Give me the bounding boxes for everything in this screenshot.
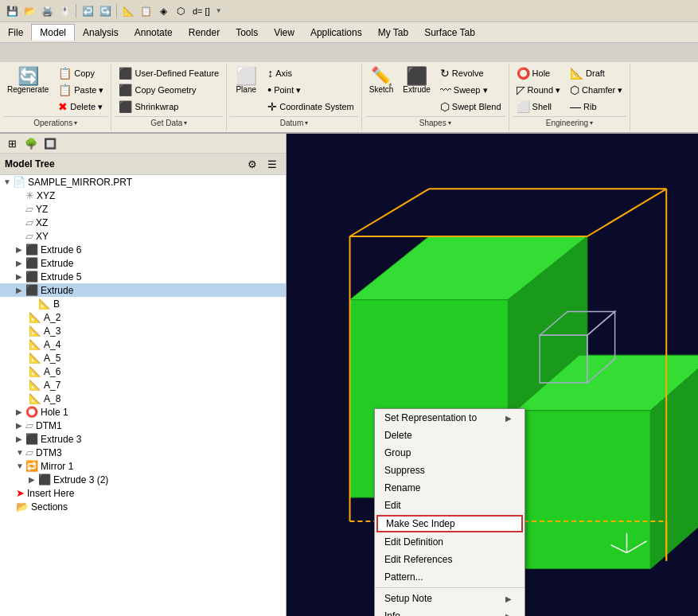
- paste-button[interactable]: 📋 Paste ▾: [54, 82, 107, 98]
- regenerate-icon[interactable]: 📐: [120, 4, 136, 18]
- rib-button[interactable]: — Rib: [566, 99, 626, 115]
- panel-btn-tree[interactable]: 🌳: [22, 135, 40, 151]
- tree-item-a7[interactable]: 📐 A_7: [0, 378, 286, 392]
- ribbon: 🔄 Regenerate 📋 Copy 📋 Paste ▾ ✖ Delete ▾: [0, 62, 698, 134]
- datum-icon[interactable]: ◈: [155, 4, 171, 18]
- ctx-edit[interactable]: Edit: [375, 497, 524, 514]
- tree-item-dtm3[interactable]: ▼ ▱ DTM3: [0, 446, 286, 459]
- regenerate-button[interactable]: 🔄 Regenerate: [3, 65, 53, 96]
- ctx-rename[interactable]: Rename: [375, 479, 524, 497]
- ctx-setup-note[interactable]: Setup Note ▶: [375, 590, 524, 607]
- tree-item-a5[interactable]: 📐 A_5: [0, 351, 286, 365]
- delete-button[interactable]: ✖ Delete ▾: [54, 99, 107, 115]
- copy-button[interactable]: 📋 Copy: [54, 65, 107, 81]
- tree-item-extrude3-2[interactable]: ▶ ⬛ Extrude 3 (2): [0, 473, 286, 486]
- ctx-pattern[interactable]: Pattern...: [375, 568, 524, 586]
- copy-geometry-button[interactable]: ⬛ Copy Geometry: [115, 82, 223, 98]
- tree-item-extrude-selected[interactable]: ▶ ⬛ Extrude: [0, 283, 286, 297]
- menu-render[interactable]: Render: [181, 25, 228, 41]
- tree-settings-icon[interactable]: ⚙: [244, 156, 261, 172]
- engineering-label[interactable]: Engineering▾: [513, 116, 627, 129]
- user-defined-feature-button[interactable]: ⬛ User-Defined Feature: [115, 65, 223, 81]
- delete-label: Delete ▾: [70, 102, 103, 112]
- redo-icon[interactable]: ↪️: [97, 4, 113, 18]
- shapes-label[interactable]: Shapes▾: [365, 116, 505, 129]
- open-icon[interactable]: 📂: [21, 4, 37, 18]
- tree-item-yz[interactable]: ▱ YZ: [0, 202, 286, 216]
- tree-item-a4[interactable]: 📐 A_4: [0, 337, 286, 351]
- menu-analysis[interactable]: Analysis: [75, 25, 127, 41]
- ctx-info[interactable]: Info ▶: [375, 607, 524, 616]
- panel-btn-layout[interactable]: ⊞: [3, 135, 21, 151]
- sketch-button[interactable]: ✏️ Sketch: [365, 65, 398, 96]
- print-icon[interactable]: 🖱️: [57, 4, 72, 18]
- operations-label[interactable]: Operations▾: [3, 116, 107, 129]
- shell-button[interactable]: ⬜ Shell: [513, 99, 564, 115]
- ctx-group[interactable]: Group: [375, 444, 524, 462]
- getdata-label[interactable]: Get Data▾: [115, 116, 223, 129]
- tree-item-a3[interactable]: 📐 A_3: [0, 324, 286, 337]
- draft-button[interactable]: 📐 Draft: [566, 65, 626, 81]
- ctx-edit-definition[interactable]: Edit Definition: [375, 533, 524, 551]
- xyz-label: XYZ: [37, 190, 55, 201]
- tree-item-xy[interactable]: ▱ XY: [0, 229, 286, 243]
- point-button[interactable]: • Point ▾: [263, 82, 358, 98]
- tree-item-hole1[interactable]: ▶ ⭕ Hole 1: [0, 405, 286, 419]
- axis-button[interactable]: ↕ Axis: [263, 65, 358, 81]
- menu-annotate[interactable]: Annotate: [127, 25, 181, 41]
- feature-icon[interactable]: 📋: [138, 4, 154, 18]
- qa-more-icon[interactable]: ▼: [211, 4, 227, 18]
- hole-button[interactable]: ⭕ Hole: [513, 65, 564, 81]
- tree-item-sections[interactable]: 📂 Sections: [0, 500, 286, 513]
- tree-item-extrude5[interactable]: ▶ ⬛ Extrude 5: [0, 270, 286, 283]
- swept-blend-label: Swept Blend: [452, 102, 501, 111]
- tree-item-mirror1[interactable]: ▼ 🔁 Mirror 1: [0, 459, 286, 473]
- ctx-group-label: Group: [384, 447, 411, 458]
- ctx-edit-references[interactable]: Edit References: [375, 551, 524, 568]
- menu-file[interactable]: File: [0, 25, 31, 41]
- ctx-suppress[interactable]: Suppress: [375, 462, 524, 479]
- datum-label[interactable]: Datum▾: [230, 116, 358, 129]
- menu-surfacetab[interactable]: Surface Tab: [416, 25, 483, 41]
- coord-system-button[interactable]: ✛ Coordinate System: [263, 99, 358, 115]
- chamfer-button[interactable]: ⬡ Chamfer ▾: [566, 82, 626, 98]
- tree-item-b[interactable]: 📐 B: [0, 297, 286, 310]
- left-panel: ⊞ 🌳 🔲 Model Tree ⚙ ☰ ▼ 📄 SAMPLE_MIRROR.P…: [0, 134, 287, 616]
- save-icon[interactable]: 🖨️: [39, 4, 55, 18]
- tree-item-insert[interactable]: ➤ Insert Here: [0, 486, 286, 500]
- tree-item-a6[interactable]: 📐 A_6: [0, 365, 286, 378]
- plane-button[interactable]: ⬜ Plane: [230, 65, 262, 96]
- ctx-make-sec-indep[interactable]: Make Sec Indep: [376, 515, 523, 532]
- menu-tools[interactable]: Tools: [228, 25, 266, 41]
- extrude-button[interactable]: ⬛ Extrude: [399, 65, 434, 96]
- coord-label: Coordinate System: [279, 102, 354, 111]
- tree-item-extrude6[interactable]: ▶ ⬛ Extrude 6: [0, 243, 286, 256]
- tree-item-a8[interactable]: 📐 A_8: [0, 392, 286, 405]
- shrinkwrap-button[interactable]: ⬛ Shrinkwrap: [115, 99, 223, 115]
- menu-model[interactable]: Model: [31, 24, 75, 41]
- tree-item-xz[interactable]: ▱ XZ: [0, 216, 286, 229]
- menu-mytab[interactable]: My Tab: [370, 25, 416, 41]
- panel-btn-filter[interactable]: 🔲: [41, 135, 59, 151]
- regenerate-icon: 🔄: [18, 68, 39, 85]
- tree-item-dtm1[interactable]: ▶ ▱ DTM1: [0, 419, 286, 432]
- ctx-delete[interactable]: Delete: [375, 427, 524, 444]
- tree-item-xyz[interactable]: ✳ XYZ: [0, 189, 286, 202]
- display-icon[interactable]: ⬡: [173, 4, 189, 18]
- dtm3-arrow: ▼: [16, 448, 25, 457]
- revolve-button[interactable]: ↻ Revolve: [436, 65, 505, 81]
- viewport[interactable]: Set Representation to ▶ Delete Group Sup…: [287, 134, 698, 616]
- menu-view[interactable]: View: [266, 25, 302, 41]
- tree-item-extrude[interactable]: ▶ ⬛ Extrude: [0, 256, 286, 270]
- ctx-set-representation[interactable]: Set Representation to ▶: [375, 409, 524, 427]
- sweep-button[interactable]: 〰 Sweep ▾: [436, 82, 505, 98]
- undo-icon[interactable]: ↩️: [80, 4, 96, 18]
- tree-item-a2[interactable]: 📐 A_2: [0, 310, 286, 324]
- tree-item-extrude3[interactable]: ▶ ⬛ Extrude 3: [0, 432, 286, 446]
- tree-options-icon[interactable]: ☰: [263, 156, 281, 172]
- swept-blend-button[interactable]: ⬡ Swept Blend: [436, 99, 505, 115]
- new-icon[interactable]: 💾: [4, 4, 20, 18]
- tree-item-root[interactable]: ▼ 📄 SAMPLE_MIRROR.PRT: [0, 175, 286, 189]
- menu-applications[interactable]: Applications: [302, 25, 370, 41]
- round-button[interactable]: ◸ Round ▾: [513, 82, 564, 98]
